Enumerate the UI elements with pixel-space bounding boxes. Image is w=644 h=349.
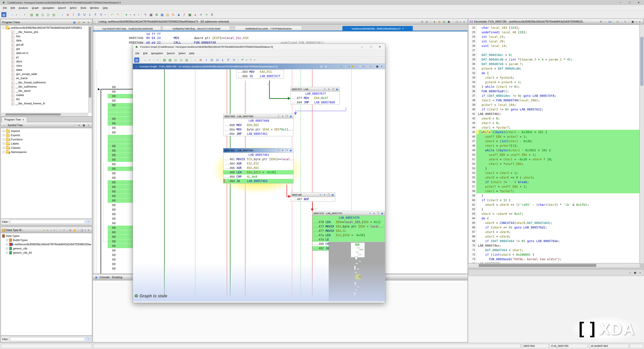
decompile-line[interactable]: uVar4 = (int)cVar1 - 0x30;	[478, 139, 532, 143]
decompile-line[interactable]: if (DAT_080d18ec != 0) goto LAB_080574f8…	[478, 94, 556, 98]
dtm-filter-input[interactable]	[10, 337, 85, 341]
decompile-line[interactable]: pcVar7 = local_184;	[478, 103, 516, 107]
block-instruction-row[interactable]: ...46b CMPAL,0x9	[224, 175, 293, 179]
symbol-tree-namespaces[interactable]: +{}Namespaces	[1, 150, 92, 154]
close-icon[interactable]: ×	[638, 271, 642, 275]
decompile-line[interactable]: DAT_080d6cd0 = (int *)(param_3 + 4 + par…	[478, 57, 572, 62]
listing-row[interactable]: 1d ff ff	[93, 32, 468, 36]
decompile-line[interactable]: iVar3 = *piVar6;	[478, 75, 514, 80]
program-icon[interactable]: ▥	[29, 12, 34, 17]
block-instruction-row[interactable]: ...46d JALAB_080574b5	[224, 179, 293, 183]
group-icon[interactable]: ▣	[289, 149, 292, 152]
memory-icon[interactable]: ▦	[148, 12, 154, 17]
symbol-tree-imports[interactable]: +▲Imports	[1, 129, 92, 133]
fg-menu-search[interactable]: Search	[165, 51, 177, 55]
block-instruction-row[interactable]: ...46f NOP	[291, 197, 335, 201]
fullwindow-icon[interactable]: ❐	[332, 88, 334, 91]
dropdown-icon[interactable]: ▾	[348, 64, 350, 68]
edit-icon[interactable]: ✎	[72, 123, 76, 127]
dropdown-icon[interactable]: ▾	[281, 115, 284, 118]
decompile-line[interactable]: piVar6 = piVar6 + 1;	[478, 80, 522, 84]
clear-icon[interactable]: ⊘	[65, 12, 70, 17]
group-icon[interactable]: ▣	[289, 115, 292, 118]
close-icon[interactable]: ×	[86, 228, 90, 232]
lock-icon[interactable]: ▪	[628, 271, 632, 275]
fg-menu-select[interactable]: Select	[176, 51, 187, 55]
dropdown-icon[interactable]: ▾	[47, 228, 49, 232]
fullwindow-icon[interactable]: ❐	[327, 193, 330, 196]
decompile-line[interactable]: unaff_EBX = unaff_EBX + 1;	[478, 152, 536, 157]
decompile-line[interactable]: if (uVar4 == 0) goto LAB_080576d2;	[478, 225, 547, 230]
block-instruction-row[interactable]: ...461 MOVZXECX,byte ptr [EDX]=>local...	[224, 157, 293, 161]
fg-menu-edit[interactable]: Edit	[141, 51, 149, 55]
symbol-tree-classes[interactable]: +CClasses	[1, 146, 92, 150]
data-u-icon[interactable]: U	[215, 58, 220, 63]
tree-item[interactable]: __libc_atexit	[1, 89, 88, 93]
tree-item[interactable]: __libc_freeres_ptrs	[1, 30, 88, 34]
symbol-tree-functions[interactable]: +fFunctions	[1, 137, 92, 142]
clear-icon[interactable]: ⊘	[198, 58, 203, 63]
no-n-icon[interactable]: N	[68, 228, 72, 232]
tree-root[interactable]: −➤ea40ecec0b30982fbb1662e67f97f0e9d6f43d…	[1, 26, 88, 30]
decompile-line[interactable]: FUN_0806fba0();	[478, 89, 509, 94]
block-instruction-row[interactable]: ...464 XORESI,ESI	[224, 161, 293, 166]
paint-icon[interactable]: ✎	[277, 149, 280, 152]
paste-icon[interactable]: ▥	[425, 20, 429, 24]
decompile-line[interactable]: }	[478, 166, 487, 171]
menu-tools[interactable]: Tools	[78, 6, 88, 10]
minimize-button[interactable]: –	[358, 45, 366, 49]
import-icon[interactable]: ➥	[77, 123, 81, 127]
dropdown-icon[interactable]: ▾	[460, 20, 462, 24]
decompile-line[interactable]: if ((int)uVar4 < 0x20609) {	[478, 252, 534, 257]
forward-icon[interactable]: →	[151, 58, 156, 63]
pencil-icon[interactable]: ✎	[143, 12, 148, 17]
data-d-icon[interactable]: D	[76, 12, 82, 17]
decompile-line[interactable]: iVar3 = iVar3 + 1;	[478, 171, 518, 175]
edit-icon[interactable]: ✎	[623, 20, 627, 24]
dropdown-icon[interactable]: ▾	[148, 58, 150, 62]
menu-help[interactable]: Help	[101, 6, 110, 10]
dropdown-icon[interactable]: ▾	[63, 228, 65, 232]
decompile-line[interactable]: int local_20;	[478, 39, 505, 44]
decompile-line[interactable]: }	[478, 207, 484, 211]
dropdown-icon[interactable]: ▾	[16, 13, 18, 17]
tree-item[interactable]: .gcc_except_table	[1, 72, 88, 76]
decompile-line[interactable]: iVar3 = FUN_08069740(local_206);	[478, 98, 540, 103]
block-top[interactable]: ...664 MOVEAX,ESI...666 JGLAB_0805767f	[236, 70, 284, 79]
fields-icon[interactable]: ▦	[438, 20, 442, 24]
dropdown-icon[interactable]: ▾	[635, 20, 637, 24]
decompile-line[interactable]: iVar3 = 0;	[478, 121, 500, 125]
decompile-line[interactable]: LAB_08057692:	[478, 261, 502, 263]
data-f-icon[interactable]: F	[93, 12, 98, 17]
decompile-line[interactable]: int local_24;	[478, 35, 505, 39]
block-instruction-row[interactable]: ...67f MOVEAX,0x3f	[291, 96, 340, 100]
warning-icon[interactable]: ▲	[193, 12, 198, 17]
decompile-line[interactable]: uVar8 = uVar8 << (('\x03' - (char)iVar3)…	[478, 202, 589, 207]
menu-analysis[interactable]: Analysis	[17, 6, 30, 10]
forward-icon[interactable]: →	[18, 12, 23, 17]
block-instruction-row[interactable]: ...470 LEAEBX=>local_183,[EDX + 0x1]	[312, 220, 385, 224]
relayout-icon[interactable]: ♻	[339, 64, 343, 68]
data-u-icon[interactable]: U	[82, 12, 87, 17]
decompile-line[interactable]: cVar1 = *unaff_EBX;	[478, 162, 524, 166]
decompile-line[interactable]: uVar9 = CONCAT44(uVar8,DAT_080d7e64);	[478, 221, 552, 225]
symbol-tree-exports[interactable]: +Exports	[1, 133, 92, 137]
tree-item[interactable]: .dtors	[1, 59, 88, 64]
data-d-icon[interactable]: D	[209, 58, 214, 63]
decompile-line[interactable]: cVar1 = *pcVar7;	[478, 189, 514, 193]
snapshot-icon[interactable]: ▣	[633, 271, 637, 275]
menu-select[interactable]: Select	[68, 6, 78, 10]
copy-icon[interactable]: ▤	[420, 20, 424, 24]
dtm-item[interactable]: +BuiltInTypes	[1, 238, 92, 242]
decompile-hscrollbar[interactable]	[468, 263, 640, 267]
program-tree-tab[interactable]: Program Tree ✕	[1, 116, 92, 122]
block-instruction-row[interactable]: ...466 XOREDI,EDI	[224, 166, 293, 170]
decompile-line[interactable]: pcVar7 = unaff_EBX + 1;	[478, 184, 527, 189]
snapshot-gray-icon[interactable]: ●	[132, 12, 137, 17]
paint-icon[interactable]: ✎	[277, 115, 280, 118]
rotate-icon[interactable]: ↻	[171, 12, 176, 17]
decompile-line[interactable]: uVar4 = ~uVar8 >> 0x1f;	[478, 211, 524, 216]
pin-icon[interactable]: ▸	[344, 64, 348, 68]
redo-icon[interactable]: ↷	[248, 58, 253, 63]
fg-menu-help[interactable]: Help	[187, 51, 196, 55]
